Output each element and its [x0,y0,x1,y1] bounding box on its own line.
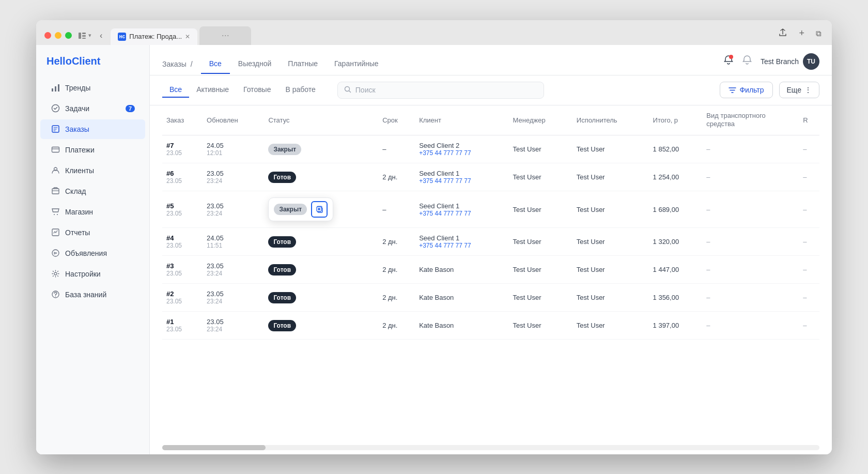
breadcrumb: Заказы / [162,60,193,68]
close-button[interactable] [44,32,51,39]
client-name: Seed Client 1 [419,234,504,242]
col-status: Статус [264,105,378,135]
executor-cell: Test User [572,312,649,340]
table-row[interactable]: #3 23.05 23.05 23:24 Готов 2 дн. Kate Ba… [162,256,819,284]
sidebar-item-reports[interactable]: Отчеты [40,223,145,242]
maximize-button[interactable] [65,32,72,39]
subtab-ready[interactable]: Готовые [236,82,278,98]
empty-tab[interactable]: ··· [199,26,251,45]
table-row[interactable]: #7 23.05 24.05 12:01 Закрыт – Seed Clien… [162,135,819,163]
r-cell: – [799,135,819,163]
main-content: Заказы / Все Выездной Платные Гарантийны… [150,45,832,454]
user-info[interactable]: Test Branch TU [761,53,819,70]
updated-time: 11:51 [207,242,260,249]
sidebar-label-ads: Объявления [65,249,107,257]
total-cell: 1 447,00 [649,256,703,284]
notification-button[interactable] [742,55,752,68]
manager-name: Test User [513,294,541,301]
sidebar-item-orders[interactable]: Заказы [40,119,145,139]
tab-paid[interactable]: Платные [280,54,326,74]
more-button[interactable]: Еще ⋮ [779,82,820,98]
share-button[interactable] [776,27,789,40]
sidebar-item-knowledge[interactable]: База знаний [40,285,145,304]
updated-time: 12:01 [207,149,260,157]
executor-cell: Test User [572,191,649,228]
scrollbar-thumb[interactable] [162,445,266,450]
filter-button[interactable]: Фильтр [720,82,772,98]
copy-button[interactable] [311,201,328,218]
new-tab-button[interactable]: + [797,27,807,40]
tab-warranty[interactable]: Гарантийные [326,54,387,74]
manager-cell: Test User [509,256,572,284]
sidebar-toggle-button[interactable]: ▾ [78,32,91,40]
manager-name: Test User [513,238,541,246]
client-name: Kate Bason [419,294,504,301]
sidebar-item-settings[interactable]: Настройки [40,264,145,284]
tabs-overview-button[interactable]: ⧉ [814,28,824,39]
table-row[interactable]: #1 23.05 23.05 23:24 Готов 2 дн. Kate Ba… [162,312,819,340]
client-phone: +375 44 777 77 77 [419,242,504,249]
nav-tabs: Все Выездной Платные Гарантийные [201,54,387,74]
sidebar-label-shop: Магазин [65,208,93,216]
status-badge: Готов [268,292,296,303]
transport-cell: – [702,228,799,256]
deadline-value: 2 дн. [382,173,397,181]
sidebar-item-payments[interactable]: Платежи [40,140,145,160]
table-row[interactable]: #6 23.05 23.05 23:24 Готов 2 дн. Seed Cl… [162,163,819,191]
sidebar-item-clients[interactable]: Клиенты [40,161,145,180]
subtab-all[interactable]: Все [162,82,189,98]
more-label: Еще [787,86,802,94]
svg-rect-6 [58,84,59,91]
deadline-cell: 2 дн. [378,256,415,284]
notification-active-button[interactable] [723,55,734,68]
updated-time: 23:24 [207,270,260,277]
manager-cell: Test User [509,284,572,312]
transport-value: – [706,206,710,213]
svg-rect-5 [55,86,56,91]
user-avatar: TU [803,53,819,70]
r-value: – [803,266,807,273]
sidebar-item-trends[interactable]: Тренды [40,78,145,98]
client-phone: +375 44 777 77 77 [419,149,504,157]
manager-name: Test User [513,266,541,273]
transport-cell: – [702,256,799,284]
tab-close-icon[interactable]: ✕ [185,33,190,40]
status-badge: Закрыт [268,144,301,155]
transport-cell: – [702,135,799,163]
client-phone: +375 44 777 77 77 [419,210,504,217]
breadcrumb-root[interactable]: Заказы [162,60,187,68]
status-badge: Готов [268,320,296,331]
tab-all[interactable]: Все [201,54,230,74]
search-input[interactable] [355,86,537,94]
subtab-inwork[interactable]: В работе [278,82,322,98]
sidebar-item-shop[interactable]: Магазин [40,202,145,222]
transport-value: – [706,322,710,329]
order-number: #5 [166,202,198,210]
r-cell: – [799,228,819,256]
client-cell: Seed Client 1 +375 44 777 77 77 [415,228,508,256]
status-cell: Готов [264,228,378,256]
table-row[interactable]: #5 23.05 23.05 23:24 Закрыт [162,191,819,228]
order-number: #4 [166,234,198,242]
sidebar-label-clients: Клиенты [65,166,94,175]
svg-point-16 [54,272,57,275]
tasks-badge: 7 [126,105,135,112]
sidebar-item-ads[interactable]: Объявления [40,243,145,263]
order-number-cell: #4 23.05 [162,228,203,256]
svg-point-13 [57,214,58,215]
sidebar-label-settings: Настройки [65,270,101,278]
sidebar-item-warehouse[interactable]: Склад [40,181,145,201]
table-row[interactable]: #2 23.05 23.05 23:24 Готов 2 дн. Kate Ba… [162,284,819,312]
client-name: Kate Bason [419,266,504,273]
table-row[interactable]: #4 23.05 24.05 11:51 Готов 2 дн. Seed Cl… [162,228,819,256]
sidebar-item-tasks[interactable]: Задачи 7 [40,99,145,118]
order-date: 23.05 [166,149,198,157]
minimize-button[interactable] [55,32,61,39]
transport-cell: – [702,163,799,191]
back-button[interactable]: ‹ [98,30,104,41]
active-tab[interactable]: нс Платеж: Прода... ✕ [111,28,197,45]
subtab-active[interactable]: Активные [189,82,236,98]
tab-field[interactable]: Выездной [230,54,280,74]
horizontal-scrollbar[interactable] [162,445,819,450]
executor-cell: Test User [572,256,649,284]
